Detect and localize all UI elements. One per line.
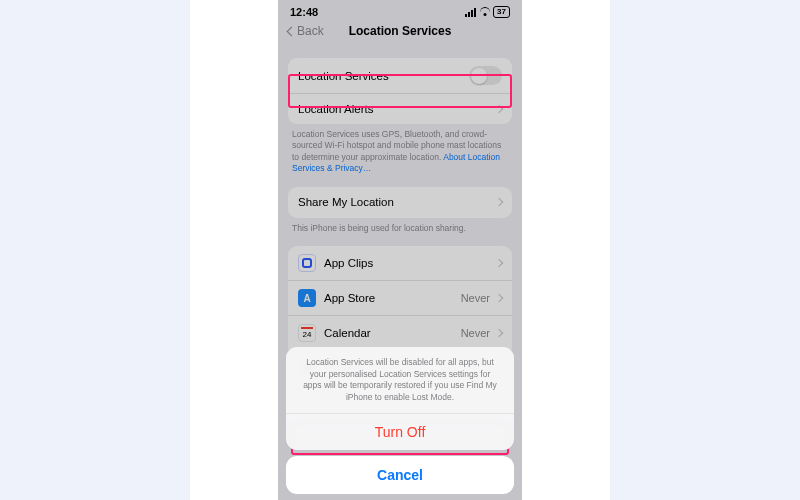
chevron-right-icon bbox=[495, 198, 503, 206]
row-label: Location Alerts bbox=[298, 103, 496, 115]
chevron-right-icon bbox=[495, 105, 503, 113]
explain-footer: Location Services uses GPS, Bluetooth, a… bbox=[278, 124, 522, 175]
back-label: Back bbox=[297, 24, 324, 38]
nav-bar: Back Location Services bbox=[278, 20, 522, 46]
app-store-icon bbox=[298, 289, 316, 307]
row-label: Calendar bbox=[324, 327, 461, 339]
cancel-button[interactable]: Cancel bbox=[286, 456, 514, 494]
action-sheet: Location Services will be disabled for a… bbox=[286, 347, 514, 494]
calendar-icon bbox=[298, 324, 316, 342]
back-button[interactable]: Back bbox=[288, 24, 324, 38]
row-location-services[interactable]: Location Services bbox=[288, 58, 512, 93]
share-footer: This iPhone is being used for location s… bbox=[278, 218, 522, 234]
row-location-alerts[interactable]: Location Alerts bbox=[288, 93, 512, 124]
turn-off-button[interactable]: Turn Off bbox=[286, 413, 514, 450]
row-value: Never bbox=[461, 292, 490, 304]
chevron-left-icon bbox=[287, 26, 297, 36]
chevron-right-icon bbox=[495, 329, 503, 337]
group-share-location: Share My Location bbox=[288, 187, 512, 218]
group-location-services: Location Services Location Alerts bbox=[288, 58, 512, 124]
signal-icon bbox=[465, 8, 476, 17]
row-label: Location Services bbox=[298, 70, 469, 82]
privacy-link[interactable]: About Location Services & Privacy… bbox=[292, 152, 500, 173]
status-time: 12:48 bbox=[290, 6, 318, 18]
row-calendar[interactable]: Calendar Never bbox=[288, 315, 512, 350]
battery-icon: 37 bbox=[493, 6, 510, 18]
app-clips-icon bbox=[298, 254, 316, 272]
row-label: App Clips bbox=[324, 257, 490, 269]
row-label: Share My Location bbox=[298, 196, 496, 208]
phone-screen: 12:48 37 Back Location Services Location… bbox=[278, 0, 522, 500]
row-app-store[interactable]: App Store Never bbox=[288, 280, 512, 315]
toggle-off-icon[interactable] bbox=[469, 66, 502, 85]
page-title: Location Services bbox=[278, 24, 522, 38]
row-value: Never bbox=[461, 327, 490, 339]
row-share-location[interactable]: Share My Location bbox=[288, 187, 512, 218]
status-bar: 12:48 37 bbox=[278, 0, 522, 20]
row-app-clips[interactable]: App Clips bbox=[288, 246, 512, 280]
chevron-right-icon bbox=[495, 294, 503, 302]
sheet-message: Location Services will be disabled for a… bbox=[286, 347, 514, 413]
wifi-icon bbox=[479, 8, 490, 16]
row-label: App Store bbox=[324, 292, 461, 304]
highlight-annotation bbox=[288, 74, 512, 108]
chevron-right-icon bbox=[495, 259, 503, 267]
